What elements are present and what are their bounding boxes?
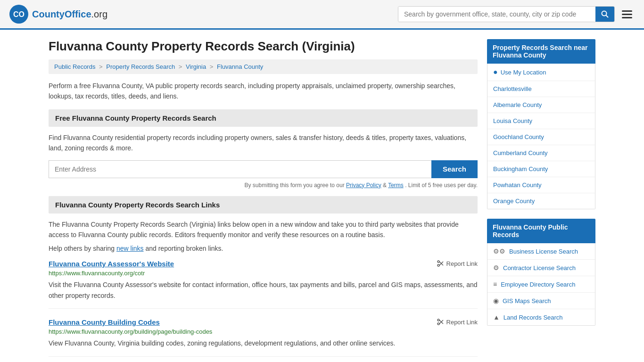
link-description: Visit the Fluvanna County Assessor's web… (49, 280, 478, 301)
search-icon (601, 10, 609, 18)
main-container: Fluvanna County Property Records Search … (39, 30, 605, 362)
link-url[interactable]: https://www.fluvannacounty.org/cotr (49, 270, 478, 277)
link-description: View Fluvanna County, Virginia building … (49, 338, 478, 348)
header-search-input[interactable] (398, 7, 595, 22)
page-title: Fluvanna County Property Records Search … (49, 39, 478, 54)
breadcrumb-public-records[interactable]: Public Records (54, 63, 95, 70)
svg-line-3 (606, 16, 609, 18)
map-icon: ◉ (493, 297, 499, 304)
sidebar-item-cumberland[interactable]: Cumberland County (487, 145, 595, 161)
new-links-link[interactable]: new links (116, 245, 144, 252)
location-dot-icon: ● (493, 68, 498, 76)
scissors-icon (437, 260, 444, 267)
sidebar-item-buckingham[interactable]: Buckingham County (487, 161, 595, 177)
gear-icon: ⚙ (493, 264, 499, 272)
link-item: Fluvanna County Assessor's Website Repor… (49, 260, 478, 309)
logo-icon: CO (9, 5, 28, 24)
report-link-button[interactable]: Report Link (437, 260, 478, 267)
sidebar-item-charlottesville[interactable]: Charlottesville (487, 81, 595, 97)
header-right (398, 6, 635, 23)
breadcrumb: Public Records > Property Records Search… (49, 59, 478, 74)
svg-point-9 (438, 323, 439, 325)
free-search-header: Free Fluvanna County Property Records Se… (49, 109, 478, 127)
sidebar-item-land-records[interactable]: ▲ Land Records Search (487, 309, 595, 325)
logo[interactable]: CO CountyOffice.org (9, 5, 107, 24)
scissors-icon (437, 318, 444, 326)
header-search-bar (398, 6, 615, 22)
breadcrumb-property-records-search[interactable]: Property Records Search (106, 63, 175, 70)
svg-point-4 (438, 261, 439, 263)
link-url[interactable]: https://www.fluvannacounty.org/building/… (49, 328, 478, 335)
menu-button[interactable] (619, 6, 635, 23)
address-search-button[interactable]: Search (431, 160, 478, 178)
sidebar-item-goochland[interactable]: Goochland County (487, 129, 595, 145)
sidebar-item-albemarle[interactable]: Albemarle County (487, 97, 595, 113)
svg-point-2 (602, 11, 607, 16)
use-my-location-link[interactable]: Use My Location (501, 69, 546, 76)
triangle-icon: ▲ (493, 313, 500, 321)
free-search-description: Find Fluvanna County residential propert… (49, 132, 478, 154)
header: CO CountyOffice.org (0, 0, 644, 30)
sidebar-public-records-items: ⚙⚙ Business License Search ⚙ Contractor … (487, 243, 595, 326)
sidebar-use-my-location[interactable]: ● Use My Location (487, 64, 595, 81)
links-section-header: Fluvanna County Property Records Search … (49, 196, 478, 214)
link-item: Fluvanna County Building Codes Report Li… (49, 318, 478, 356)
links-description: The Fluvanna County Property Records Sea… (49, 219, 478, 240)
sidebar-item-employee-directory[interactable]: ≡ Employee Directory Search (487, 276, 595, 293)
privacy-policy-link[interactable]: Privacy Policy (346, 182, 381, 189)
content-area: Fluvanna County Property Records Search … (49, 39, 478, 362)
sidebar-nearby-header: Property Records Search near Fluvanna Co… (487, 39, 595, 64)
gear-double-icon: ⚙⚙ (493, 247, 505, 255)
sidebar-item-orange[interactable]: Orange County (487, 193, 595, 209)
free-search-section: Free Fluvanna County Property Records Se… (49, 109, 478, 189)
report-link-button[interactable]: Report Link (437, 318, 478, 326)
sidebar-item-business-license[interactable]: ⚙⚙ Business License Search (487, 243, 595, 260)
sidebar-public-records-section: Fluvanna County Public Records ⚙⚙ Busine… (487, 219, 595, 326)
sidebar-item-contractor-license[interactable]: ⚙ Contractor License Search (487, 260, 595, 276)
sidebar: Property Records Search near Fluvanna Co… (487, 39, 595, 362)
sidebar-public-records-header: Fluvanna County Public Records (487, 219, 595, 243)
sidebar-item-powhatan[interactable]: Powhatan County (487, 177, 595, 193)
address-form: Search (49, 160, 478, 178)
link-item-title[interactable]: Fluvanna County Building Codes (49, 318, 160, 326)
address-input[interactable] (49, 160, 431, 178)
svg-point-5 (438, 264, 439, 266)
links-section: Fluvanna County Property Records Search … (49, 196, 478, 357)
sidebar-item-gis-maps[interactable]: ◉ GIS Maps Search (487, 293, 595, 309)
share-links: Help others by sharing new links and rep… (49, 245, 478, 252)
sidebar-item-louisa[interactable]: Louisa County (487, 113, 595, 129)
terms-link[interactable]: Terms (388, 182, 404, 189)
page-description: Perform a free Fluvanna County, VA publi… (49, 81, 478, 102)
logo-text: CountyOffice.org (32, 9, 107, 19)
svg-text:CO: CO (13, 10, 25, 18)
svg-point-8 (438, 319, 439, 321)
link-item-header: Fluvanna County Assessor's Website Repor… (49, 260, 478, 268)
sidebar-nearby-section: Property Records Search near Fluvanna Co… (487, 39, 595, 209)
sidebar-nearby-items: ● Use My Location Charlottesville Albema… (487, 64, 595, 209)
logo-wordmark: CountyOffice.org (32, 9, 107, 20)
breadcrumb-virginia[interactable]: Virginia (186, 63, 206, 70)
header-search-button[interactable] (595, 7, 614, 22)
link-item-header: Fluvanna County Building Codes Report Li… (49, 318, 478, 326)
link-item-title[interactable]: Fluvanna County Assessor's Website (49, 260, 174, 268)
list-icon: ≡ (493, 280, 497, 288)
form-disclaimer: By submitting this form you agree to our… (49, 182, 478, 189)
breadcrumb-fluvanna-county[interactable]: Fluvanna County (217, 63, 263, 70)
